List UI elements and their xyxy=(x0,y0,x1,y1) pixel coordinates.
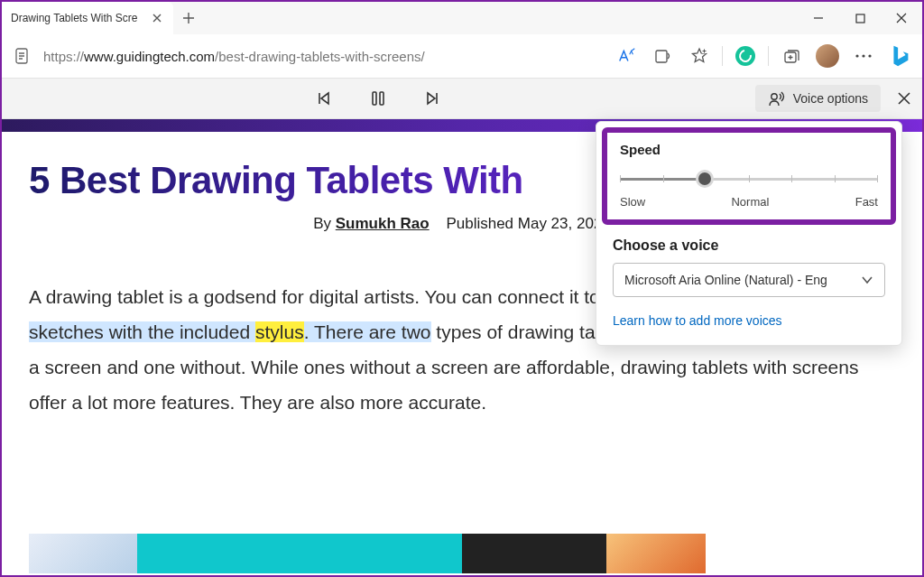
titlebar: Drawing Tablets With Scre xyxy=(2,2,922,34)
article-image-strip xyxy=(29,534,706,573)
slider-labels: Slow Normal Fast xyxy=(620,195,878,209)
separator xyxy=(722,46,723,66)
image-thumb xyxy=(29,534,137,573)
voice-select[interactable]: Microsoft Aria Online (Natural) - Eng xyxy=(613,263,885,297)
more-menu-button[interactable] xyxy=(848,41,879,71)
author-link[interactable]: Sumukh Rao xyxy=(336,215,430,232)
voice-icon xyxy=(768,90,786,107)
playback-controls xyxy=(2,84,755,113)
svg-rect-8 xyxy=(373,92,376,105)
slider-ticks xyxy=(620,175,878,182)
pause-icon xyxy=(371,90,385,107)
selected-voice: Microsoft Aria Online (Natural) - Eng xyxy=(624,273,827,287)
skip-forward-icon xyxy=(424,90,440,107)
svg-rect-9 xyxy=(380,92,383,105)
avatar-icon xyxy=(816,44,839,68)
next-button[interactable] xyxy=(418,84,447,113)
bing-chat-button[interactable] xyxy=(884,41,915,71)
profile-button[interactable] xyxy=(812,41,843,71)
previous-button[interactable] xyxy=(310,84,338,113)
minimize-button[interactable] xyxy=(798,2,839,34)
ellipsis-icon xyxy=(855,53,872,59)
pause-button[interactable] xyxy=(364,84,393,113)
choose-voice-label: Choose a voice xyxy=(613,237,885,254)
site-info-button[interactable] xyxy=(9,43,34,69)
svg-point-7 xyxy=(868,54,871,57)
titlebar-drag-area[interactable] xyxy=(204,2,798,34)
image-thumb xyxy=(137,534,462,573)
speed-label: Speed xyxy=(620,142,878,157)
tab-close-button[interactable] xyxy=(150,11,164,25)
address-bar-row: https://www.guidingtech.com/best-drawing… xyxy=(2,34,922,78)
voice-options-panel: Speed Slow Normal Fast Choose a voice Mi… xyxy=(596,121,902,346)
close-icon xyxy=(898,92,910,105)
new-tab-button[interactable] xyxy=(173,2,204,34)
page-icon xyxy=(14,48,29,64)
svg-point-10 xyxy=(772,94,777,99)
text-size-icon xyxy=(617,48,637,64)
window-controls xyxy=(798,2,922,34)
collections-button[interactable] xyxy=(776,41,807,71)
slider-max-label: Fast xyxy=(855,195,878,209)
address-bar[interactable]: https://www.guidingtech.com/best-drawing… xyxy=(40,43,606,70)
svg-point-5 xyxy=(855,54,858,57)
slider-mid-label: Normal xyxy=(731,195,769,209)
image-thumb xyxy=(462,534,606,573)
published: Published May 23, 2023 xyxy=(446,215,610,232)
bing-icon xyxy=(886,42,913,70)
by-prefix: By xyxy=(313,215,336,232)
slider-min-label: Slow xyxy=(620,195,645,209)
reader-toolbar: Voice options xyxy=(2,78,922,119)
grammarly-icon xyxy=(735,46,755,66)
window-close-button[interactable] xyxy=(881,2,922,34)
maximize-button[interactable] xyxy=(839,2,881,34)
current-word-highlight: stylus xyxy=(255,321,304,342)
image-thumb xyxy=(606,534,706,573)
tab-title: Drawing Tablets With Scre xyxy=(11,12,150,24)
url-path: /best-drawing-tablets-with-screens/ xyxy=(215,49,425,64)
voice-options-button[interactable]: Voice options xyxy=(755,85,881,112)
browser-tab[interactable]: Drawing Tablets With Scre xyxy=(2,2,173,34)
reader-close-button[interactable] xyxy=(886,80,922,116)
close-icon xyxy=(896,13,907,23)
text-size-button[interactable] xyxy=(612,41,642,71)
minimize-icon xyxy=(813,13,824,23)
url-host: www.guidingtech.com xyxy=(84,49,215,64)
svg-point-6 xyxy=(862,54,864,57)
maximize-icon xyxy=(855,14,865,23)
star-add-icon xyxy=(690,47,708,65)
separator xyxy=(768,46,769,66)
read-aloud-button[interactable] xyxy=(648,41,679,71)
collections-icon xyxy=(782,48,800,64)
grammarly-extension[interactable] xyxy=(730,41,761,71)
svg-rect-2 xyxy=(656,51,667,62)
speed-section-highlight: Speed Slow Normal Fast xyxy=(602,127,896,225)
chevron-down-icon xyxy=(861,275,873,284)
svg-rect-0 xyxy=(856,14,864,23)
skip-back-icon xyxy=(316,90,332,107)
url-scheme: https:// xyxy=(43,49,84,64)
slider-thumb[interactable] xyxy=(696,170,714,188)
close-icon xyxy=(152,14,162,23)
speed-slider[interactable] xyxy=(620,170,878,188)
plus-icon xyxy=(182,12,195,24)
learn-more-link[interactable]: Learn how to add more voices xyxy=(613,313,782,328)
favorites-button[interactable] xyxy=(684,41,715,71)
read-aloud-icon xyxy=(654,48,672,64)
voice-options-label: Voice options xyxy=(793,91,868,106)
